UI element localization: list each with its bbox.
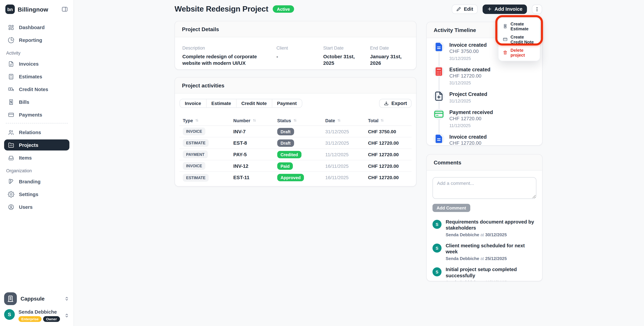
tab-credit-note[interactable]: Credit Note — [236, 99, 272, 108]
document-number: INV-12 — [233, 163, 277, 168]
invoices-icon — [8, 60, 14, 67]
app-window: bn Billingnow Dashboard Reporting Activi… — [0, 0, 644, 326]
workspace-name: Cappsule — [20, 296, 60, 302]
user-selector[interactable]: S Senda Debbiche Enterprise Owner — [4, 309, 69, 322]
sidebar-item-users[interactable]: Users — [4, 201, 69, 212]
status-badge: Approved — [277, 174, 304, 181]
receipt-dollar-icon — [503, 24, 508, 29]
comment-item: S Initial project setup completed succes… — [432, 267, 536, 281]
sort-icon — [380, 118, 384, 123]
invoice-created-icon — [433, 41, 444, 52]
sidebar-item-invoices[interactable]: Invoices — [4, 58, 69, 69]
edit-button[interactable]: Edit — [452, 4, 478, 14]
timeline-item: Estimate created CHF 12720.00 31/12/2025 — [433, 66, 536, 85]
table-row[interactable]: PAYMENT PAY-5 Credited 11/12/2025 CHF 12… — [180, 149, 412, 161]
activity-type-tabs: InvoiceEstimateCredit NotePayment — [180, 99, 302, 108]
type-badge: PAYMENT — [183, 151, 208, 159]
sort-icon — [337, 118, 341, 123]
sidebar-item-projects[interactable]: Projects — [4, 140, 69, 151]
add-comment-button[interactable]: Add Comment — [432, 204, 470, 212]
comment-author: Senda Debbiche — [446, 256, 479, 261]
status-badge: Draft — [277, 128, 294, 135]
timeline-amount: CHF 12720.00 — [449, 140, 487, 146]
sidebar-item-estimates[interactable]: Estimates — [4, 71, 69, 82]
timeline-item: Project Created 31/12/2025 — [433, 91, 536, 103]
sidebar-item-branding[interactable]: Branding — [4, 176, 69, 187]
page-title: Website Redesign Project — [174, 4, 268, 13]
sidebar-section-activity: Activity — [4, 47, 69, 58]
more-actions-menu: Create Estimate Create Credit Note Delet… — [498, 17, 540, 61]
tab-estimate[interactable]: Estimate — [206, 99, 236, 108]
comment-input[interactable] — [432, 177, 536, 199]
menu-item-create-estimate[interactable]: Create Estimate — [498, 20, 540, 33]
sidebar-item-reporting[interactable]: Reporting — [4, 34, 69, 45]
tab-invoice[interactable]: Invoice — [180, 99, 206, 108]
export-button[interactable]: Export — [379, 99, 412, 108]
comment-avatar: S — [432, 267, 442, 276]
sidebar-item-dashboard[interactable]: Dashboard — [4, 22, 69, 33]
credit-card-icon — [503, 37, 508, 42]
sidebar-section-organization: Organization — [4, 165, 69, 176]
menu-item-delete-project[interactable]: Delete project — [498, 46, 540, 59]
comment-author: Senda Debbiche — [446, 232, 479, 237]
type-badge: INVOICE — [183, 162, 206, 170]
type-badge: ESTIMATE — [183, 174, 209, 181]
document-date: 31/12/2025 — [325, 141, 368, 145]
comment-avatar: S — [432, 244, 442, 253]
sidebar-item-payments[interactable]: Payments — [4, 109, 69, 120]
sidebar: bn Billingnow Dashboard Reporting Activi… — [0, 0, 74, 326]
comments-title: Comments — [434, 160, 461, 166]
avatar: S — [4, 309, 15, 320]
settings-icon — [8, 191, 14, 197]
user-name: Senda Debbiche — [18, 309, 60, 315]
role-badge: Owner — [43, 316, 60, 322]
sidebar-item-bills[interactable]: Bills — [4, 96, 69, 108]
sidebar-item-credit-notes[interactable]: Credit Notes — [4, 84, 69, 95]
table-row[interactable]: ESTIMATE EST-8 Draft 31/12/2025 CHF 1272… — [180, 137, 412, 149]
detail-field: Start Date October 31st, 2025 — [323, 45, 370, 66]
download-icon — [384, 101, 389, 106]
timeline-amount: CHF 12720.00 — [449, 116, 493, 122]
main-content: Website Redesign Project Active Edit Add… — [74, 0, 644, 326]
project-created-icon — [433, 91, 444, 102]
sidebar-item-settings[interactable]: Settings — [4, 189, 69, 200]
payment-received-icon — [433, 109, 444, 120]
plus-icon — [487, 6, 492, 11]
relations-icon — [8, 129, 14, 136]
tab-payment[interactable]: Payment — [272, 99, 302, 108]
comment-date: 18/12/2025 — [485, 280, 507, 281]
building-icon — [4, 292, 17, 305]
document-total: CHF 12720.00 — [368, 175, 408, 180]
column-header[interactable]: Total — [368, 118, 408, 123]
document-total: CHF 12720.00 — [368, 163, 408, 168]
project-details-title: Project Details — [182, 26, 219, 32]
app-name: Billingnow — [18, 6, 58, 12]
sidebar-bottom: Cappsule S Senda Debbiche Enterprise Own… — [4, 292, 69, 322]
project-activities-title: Project activities — [182, 82, 224, 89]
sort-icon — [194, 118, 199, 123]
logo-monogram: bn — [8, 7, 13, 11]
table-row[interactable]: ESTIMATE EST-11 Approved 16/11/2025 CHF … — [180, 172, 412, 183]
document-date: 31/12/2025 — [325, 129, 368, 134]
column-header[interactable]: Date — [325, 118, 368, 123]
sidebar-collapse-button[interactable] — [61, 6, 68, 13]
workspace-selector[interactable]: Cappsule — [4, 292, 69, 305]
status-badge: Paid — [277, 162, 293, 169]
table-row[interactable]: INVOICE INV-12 Paid 16/11/2025 CHF 12720… — [180, 161, 412, 172]
menu-item-create-credit-note[interactable]: Create Credit Note — [498, 33, 540, 46]
activities-table: Type Number Status Date — [180, 115, 412, 183]
type-badge: INVOICE — [183, 128, 206, 136]
column-header[interactable]: Number — [233, 118, 277, 123]
more-actions-button[interactable] — [532, 4, 542, 14]
timeline-amount: CHF 3750.00 — [449, 48, 487, 55]
table-row[interactable]: INVOICE INV-7 Draft 31/12/2025 CHF 3750.… — [180, 126, 412, 138]
document-total: CHF 12720.00 — [368, 152, 408, 157]
column-header[interactable]: Status — [277, 118, 325, 123]
sidebar-item-relations[interactable]: Relations — [4, 127, 69, 138]
add-invoice-button[interactable]: Add Invoice — [483, 4, 527, 14]
timeline-item: Payment received CHF 12720.00 11/12/2025 — [433, 109, 536, 128]
status-badge: Credited — [277, 151, 301, 158]
column-header[interactable]: Type — [183, 118, 233, 123]
document-date: 11/12/2025 — [325, 152, 368, 157]
sidebar-item-items[interactable]: Items — [4, 152, 69, 163]
